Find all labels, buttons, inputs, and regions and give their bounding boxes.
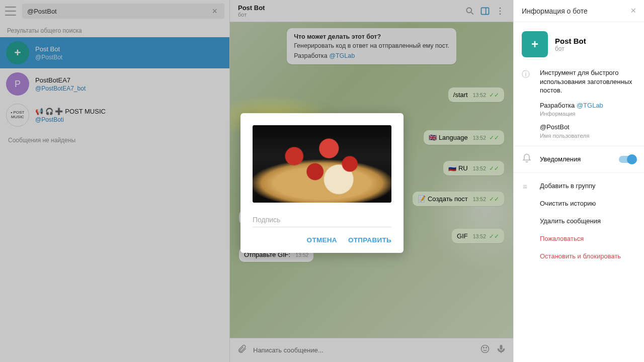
- chat-handle: @PostBoti: [35, 116, 106, 123]
- chat-handle: @PostBotEA7_bot: [35, 85, 86, 92]
- media-preview: [253, 125, 391, 203]
- svg-point-8: [484, 347, 485, 348]
- profile-sub: бот: [555, 45, 586, 52]
- more-icon[interactable]: [495, 6, 505, 16]
- read-ticks-icon: ✓✓: [489, 92, 499, 99]
- avatar: +: [6, 41, 29, 64]
- svg-point-6: [500, 13, 501, 15]
- delete-messages-button[interactable]: Удалить сообщения: [514, 212, 644, 230]
- mic-icon[interactable]: [496, 344, 506, 356]
- chat-handle: @PostBot: [35, 54, 62, 61]
- chat-name: PostBotEA7: [35, 76, 86, 84]
- chat-item-postbot[interactable]: + Post Bot @PostBot: [0, 37, 229, 68]
- stop-block-button[interactable]: Остановить и блокировать: [514, 247, 644, 265]
- username-label: Имя пользователя: [540, 133, 636, 139]
- chat-title: Post Bot: [238, 4, 460, 12]
- attach-icon[interactable]: [237, 344, 247, 356]
- search-icon[interactable]: [465, 6, 475, 16]
- sidebar-toggle-icon[interactable]: [480, 6, 490, 16]
- chat-name: Post Bot: [35, 45, 62, 53]
- svg-rect-2: [481, 8, 489, 14]
- profile-name: Post Bot: [555, 37, 586, 45]
- svg-point-4: [500, 7, 501, 9]
- caption-input[interactable]: [253, 211, 391, 227]
- search-input[interactable]: [27, 8, 210, 15]
- message-out[interactable]: 📝 Создать пост13:52✓✓: [413, 192, 504, 206]
- chat-name: 📢 🎧 ➕ POST MUSIC: [35, 108, 106, 115]
- read-ticks-icon: ✓✓: [489, 165, 499, 172]
- read-ticks-icon: ✓✓: [489, 134, 499, 141]
- avatar: • POST MUSIC: [6, 104, 29, 127]
- chat-subtitle: бот: [238, 12, 460, 18]
- svg-point-5: [500, 10, 501, 12]
- chat-header: Post Bot бот: [230, 0, 513, 22]
- search-box[interactable]: ×: [22, 4, 224, 19]
- send-button[interactable]: ОТПРАВИТЬ: [348, 236, 391, 244]
- info-icon: ⓘ: [522, 68, 532, 139]
- svg-line-1: [471, 12, 473, 14]
- add-to-group-button[interactable]: Добавить в группу: [514, 177, 644, 195]
- clear-search-icon[interactable]: ×: [210, 6, 219, 17]
- svg-point-9: [486, 347, 487, 348]
- bot-description: Инструмент для быстрого использования за…: [540, 68, 636, 95]
- close-icon[interactable]: ×: [630, 6, 636, 16]
- pinned-info: Что может делать этот бот? Генерировать …: [287, 28, 456, 64]
- section-global-results: Результаты общего поиска: [0, 22, 229, 37]
- tglab-link[interactable]: @TGLab: [329, 52, 355, 59]
- chat-item-postmusic[interactable]: • POST MUSIC 📢 🎧 ➕ POST MUSIC @PostBoti: [0, 100, 229, 131]
- read-ticks-icon: ✓✓: [489, 196, 499, 203]
- cancel-button[interactable]: ОТМЕНА: [307, 236, 337, 244]
- left-sidebar: × Результаты общего поиска + Post Bot @P…: [0, 0, 230, 362]
- bot-dev: Разработка @TGLab: [540, 101, 636, 110]
- clear-history-button[interactable]: Очистить историю: [514, 195, 644, 212]
- report-button[interactable]: Пожаловаться: [514, 230, 644, 247]
- message-out[interactable]: 🇬🇧 Language13:52✓✓: [424, 130, 504, 145]
- info-title: Информация о боте: [522, 7, 588, 15]
- info-panel: Информация о боте × + Post Bot бот ⓘ Инс…: [513, 0, 644, 362]
- tglab-link[interactable]: @TGLab: [577, 102, 603, 109]
- messages-not-found: Сообщения не найдены: [0, 131, 229, 150]
- message-out[interactable]: GIF13:52✓✓: [452, 229, 504, 243]
- emoji-icon[interactable]: [480, 344, 490, 356]
- menu-icon[interactable]: [5, 7, 16, 16]
- message-out[interactable]: 🇷🇺 RU13:52✓✓: [443, 161, 504, 175]
- message-out[interactable]: /start13:52✓✓: [448, 87, 504, 102]
- chat-item-postbotea7[interactable]: P PostBotEA7 @PostBotEA7_bot: [0, 68, 229, 100]
- avatar: P: [6, 72, 29, 96]
- message-input[interactable]: [253, 346, 474, 354]
- notifications-toggle[interactable]: [619, 156, 636, 163]
- svg-point-7: [481, 345, 489, 353]
- profile-avatar: +: [522, 31, 548, 57]
- message-input-bar: [230, 338, 513, 362]
- send-media-modal: ОТМЕНА ОТПРАВИТЬ: [240, 113, 404, 253]
- notifications-label: Уведомления: [540, 155, 611, 163]
- bell-icon: [522, 153, 532, 165]
- read-ticks-icon: ✓✓: [489, 233, 499, 240]
- bot-username[interactable]: @PostBot: [540, 123, 636, 132]
- svg-point-0: [466, 8, 471, 13]
- info-label: Информация: [540, 111, 636, 117]
